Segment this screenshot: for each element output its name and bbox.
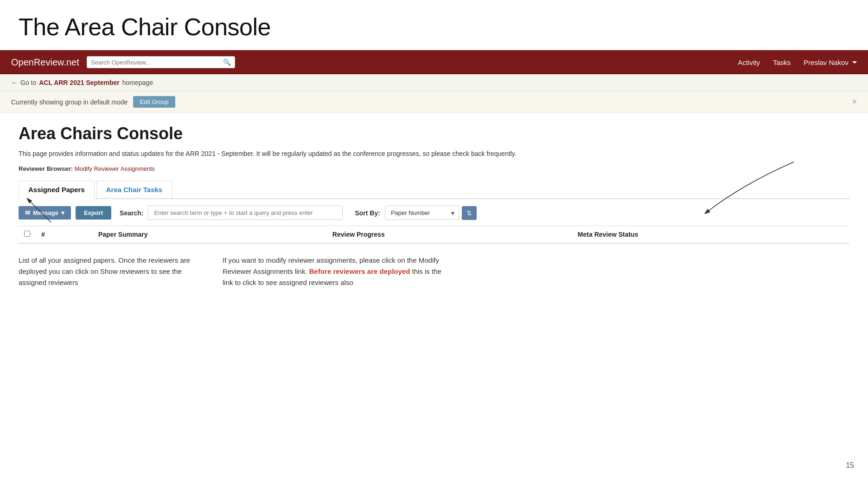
tab-area-chair-tasks[interactable]: Area Chair Tasks [96,181,172,198]
brand-normal: .net [64,57,79,67]
sort-by-label: Sort By: [355,209,380,217]
back-arrow-icon: ← [11,79,18,86]
sort-select[interactable]: Paper Number [385,206,459,220]
select-all-checkbox[interactable] [24,231,30,237]
console-title: Area Chairs Console [19,124,849,143]
navbar-links: Activity Tasks Preslav Nakov [738,58,857,66]
message-button[interactable]: ✉ Message ▾ [19,206,71,220]
col-number: # [36,226,93,243]
breadcrumb-bar: ← Go to ACL ARR 2021 September homepage [0,74,868,91]
search-wrapper: 🔍 [87,56,235,68]
breadcrumb-suffix: homepage [122,79,153,86]
user-dropdown-icon [852,61,857,64]
tab-assigned-papers[interactable]: Assigned Papers [19,181,95,199]
message-label: Message [33,209,58,216]
paper-search-input[interactable] [148,206,343,220]
col-meta-review-status: Meta Review Status [572,226,849,243]
user-name: Preslav Nakov [804,58,849,66]
sort-select-wrapper: Paper Number ⇅ [385,206,477,220]
edit-group-button[interactable]: Edit Group [133,96,175,108]
breadcrumb-go-to: Go to [20,79,36,86]
search-label: Search: [120,209,143,217]
sort-toggle-button[interactable]: ⇅ [462,206,477,220]
modify-reviewer-link[interactable]: Modify Reviewer Assignments [75,165,155,172]
breadcrumb-link[interactable]: ACL ARR 2021 September [39,79,120,86]
annotation-right-red: Before reviewers are deployed [309,267,410,275]
col-review-progress: Review Progress [327,226,572,243]
close-icon[interactable]: × [852,97,857,107]
activity-link[interactable]: Activity [738,58,760,66]
page-title: The Area Chair Console [0,0,868,50]
col-paper-summary: Paper Summary [93,226,327,243]
sort-icon: ⇅ [466,209,472,217]
main-content: Area Chairs Console This page provides i… [0,113,868,299]
message-icon: ✉ [25,209,30,216]
col-checkbox [19,226,36,243]
search-input-wrapper [148,206,343,220]
bottom-annotations: List of all your assigned papers. Once t… [19,255,849,288]
table-toolbar: ✉ Message ▾ Export Search: Sort By: Pape… [19,199,849,226]
user-menu[interactable]: Preslav Nakov [804,58,857,66]
info-bar-text: Currently showing group in default mode [11,98,128,106]
sort-select-container: Paper Number [385,206,459,220]
search-input[interactable] [91,59,221,66]
navbar-brand[interactable]: OpenReview.net [11,57,79,68]
search-icon: 🔍 [223,58,231,66]
console-description: This page provides information and statu… [19,149,849,159]
info-bar: Currently showing group in default mode … [0,91,868,113]
message-dropdown-icon: ▾ [61,209,64,216]
annotation-right: If you want to modify reviewer assignmen… [223,255,445,288]
tasks-link[interactable]: Tasks [773,58,791,66]
brand-bold: OpenReview [11,57,64,67]
papers-table: # Paper Summary Review Progress Meta Rev… [19,226,849,244]
reviewer-browser-line: Reviewer Browser: Modify Reviewer Assign… [19,165,849,172]
reviewer-browser-label: Reviewer Browser: [19,165,73,172]
tabs: Assigned Papers Area Chair Tasks [19,181,849,199]
table-header-row: # Paper Summary Review Progress Meta Rev… [19,226,849,243]
navbar: OpenReview.net 🔍 Activity Tasks Preslav … [0,50,868,74]
export-button[interactable]: Export [76,206,111,220]
annotation-left: List of all your assigned papers. Once t… [19,255,195,288]
